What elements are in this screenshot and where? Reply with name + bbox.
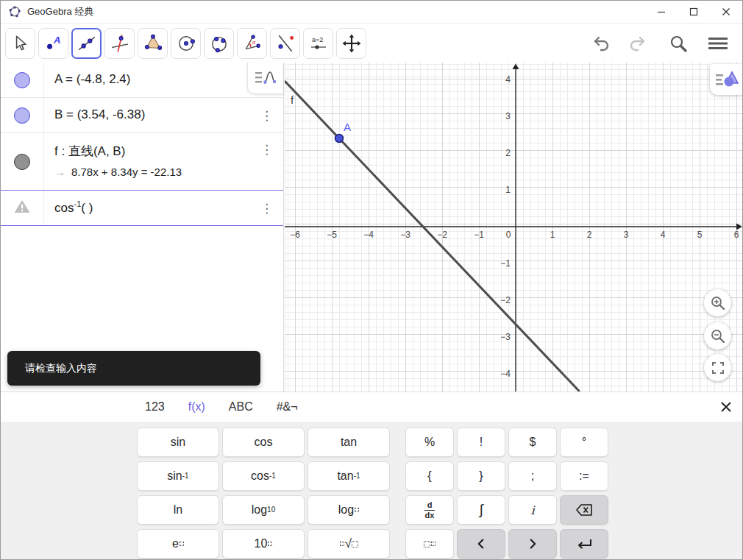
warning-icon <box>13 199 31 217</box>
x-axis-label: −5 <box>327 230 337 240</box>
key-brace-open[interactable]: { <box>405 461 454 491</box>
keyboard-tab-123[interactable]: 123 <box>142 397 168 417</box>
key-sin[interactable]: sin <box>137 428 219 457</box>
key-ln[interactable]: ln <box>137 495 219 525</box>
algebra-row-B[interactable]: B = (3.54, -6.38)⋮ <box>1 98 283 133</box>
undo-icon[interactable] <box>592 35 613 52</box>
graphics-view[interactable]: −6−5−4−3−2−101234564321−1−2−3−4fA <box>285 63 743 391</box>
y-axis-label: 1 <box>505 185 511 195</box>
key-degree[interactable]: ° <box>560 428 608 457</box>
key-log10[interactable]: log10 <box>222 495 305 525</box>
x-axis-label: −2 <box>437 230 447 240</box>
key-cursor-right[interactable] <box>508 529 557 559</box>
visibility-toggle[interactable] <box>14 107 30 124</box>
marble-column <box>1 191 44 225</box>
y-axis-label: 3 <box>505 111 511 121</box>
keyboard-tab-abc[interactable]: ABC <box>226 397 256 417</box>
line-tool-button[interactable] <box>71 28 102 59</box>
key-arccos[interactable]: cos-1 <box>222 461 305 491</box>
circle-tool-button[interactable] <box>171 28 201 59</box>
polygon-tool-button[interactable] <box>138 28 168 59</box>
key-brace-close[interactable]: } <box>457 461 505 491</box>
key-assign[interactable]: := <box>560 461 608 491</box>
move-graphics-tool-button[interactable] <box>336 28 366 59</box>
search-icon[interactable] <box>669 34 688 53</box>
x-axis-label: 0 <box>506 230 511 240</box>
key-percent[interactable]: % <box>405 428 454 457</box>
key-nth-root[interactable]: √ <box>307 529 390 559</box>
x-axis-label: 4 <box>661 230 666 240</box>
graphics-style-button[interactable] <box>710 64 743 95</box>
algebra-row-f[interactable]: f : 直线(A, B)→8.78x + 8.34y = -22.13⋮ <box>1 133 283 191</box>
key-integral[interactable]: ∫ <box>457 495 505 525</box>
key-cos[interactable]: cos <box>222 428 305 457</box>
geogebra-window: GeoGebra 经典 Aαa=2 A = (-4.8, 2.4)B = (3.… <box>0 0 743 560</box>
key-semicolon[interactable]: ; <box>508 461 557 491</box>
keyboard-close-icon[interactable] <box>720 401 732 413</box>
y-axis-label: −3 <box>500 332 511 342</box>
geogebra-logo-icon <box>8 5 21 18</box>
zoom-out-button[interactable] <box>704 322 731 350</box>
key-imaginary-i[interactable]: i <box>508 495 557 525</box>
visibility-toggle[interactable] <box>14 154 30 170</box>
title-bar: GeoGebra 经典 <box>1 1 742 24</box>
key-factorial[interactable]: ! <box>457 428 505 457</box>
point-A[interactable] <box>335 135 344 143</box>
line-label: f <box>291 93 294 106</box>
row-menu-button[interactable]: ⋮ <box>260 202 273 214</box>
algebra-style-button[interactable] <box>247 63 283 94</box>
x-axis-label: 3 <box>624 230 629 240</box>
svg-text:α: α <box>252 39 256 46</box>
key-arctan[interactable]: tan-1 <box>307 461 390 491</box>
fullscreen-button[interactable] <box>704 354 731 381</box>
svg-text:A: A <box>53 35 60 46</box>
perpendicular-line-tool-button[interactable] <box>104 28 135 59</box>
algebra-row-A[interactable]: A = (-4.8, 2.4) <box>1 63 283 98</box>
key-ten-power[interactable]: 10 <box>222 529 305 559</box>
key-e-power[interactable]: e <box>137 529 219 559</box>
x-axis-label: −3 <box>400 230 410 240</box>
algebra-panel: A = (-4.8, 2.4)B = (3.54, -6.38)⋮f : 直线(… <box>1 63 284 391</box>
maximize-button[interactable] <box>678 1 710 23</box>
point-label: A <box>344 121 351 133</box>
graphics-canvas[interactable]: −6−5−4−3−2−101234564321−1−2−3−4fA <box>285 63 743 391</box>
algebra-expression: f : 直线(A, B)→8.78x + 8.34y = -22.13 <box>44 138 192 185</box>
toolbar: Aαa=2 <box>1 24 742 63</box>
svg-text:a=2: a=2 <box>312 36 323 43</box>
angle-tool-button[interactable]: α <box>237 28 267 59</box>
conic-tool-button[interactable] <box>204 28 234 59</box>
key-dollar[interactable]: $ <box>508 428 557 457</box>
zoom-in-button[interactable] <box>704 289 731 316</box>
virtual-keyboard: 123f(x)ABC#&¬ sincostan%!$°sin-1cos-1tan… <box>1 391 742 560</box>
key-backspace[interactable] <box>560 495 608 525</box>
key-subscript[interactable] <box>405 529 454 559</box>
move-tool-button[interactable] <box>5 28 35 59</box>
slider-tool-button[interactable]: a=2 <box>303 28 333 59</box>
key-enter[interactable] <box>560 529 608 559</box>
algebra-expression: B = (3.54, -6.38) <box>44 101 155 130</box>
menu-icon[interactable] <box>707 35 729 52</box>
x-axis-label: −4 <box>363 230 374 240</box>
x-axis-label: −1 <box>474 230 484 240</box>
row-menu-button[interactable]: ⋮ <box>260 109 273 121</box>
key-derivative[interactable]: ddx <box>405 495 454 525</box>
keyboard-tab-fx[interactable]: f(x) <box>185 397 208 417</box>
x-axis-label: 2 <box>587 230 592 240</box>
point-tool-button[interactable]: A <box>38 28 68 59</box>
key-tan[interactable]: tan <box>307 428 390 457</box>
key-arcsin[interactable]: sin-1 <box>137 461 219 491</box>
keyboard-tab-[interactable]: #&¬ <box>274 397 301 417</box>
reflect-tool-button[interactable] <box>270 28 300 59</box>
key-log-base[interactable]: log <box>307 495 390 525</box>
marble-column <box>1 63 44 97</box>
visibility-toggle[interactable] <box>14 72 30 88</box>
row-menu-button[interactable]: ⋮ <box>260 143 273 156</box>
algebra-row-input[interactable]: cos-1( )⋮ <box>1 190 283 226</box>
y-axis-label: −2 <box>500 295 511 305</box>
redo-icon[interactable] <box>626 35 647 52</box>
key-cursor-left[interactable] <box>457 529 505 559</box>
window-title: GeoGebra 经典 <box>27 5 93 18</box>
minimize-button[interactable] <box>645 1 678 23</box>
keyboard-tab-bar: 123f(x)ABC#&¬ <box>1 392 742 422</box>
close-button[interactable] <box>710 1 742 23</box>
